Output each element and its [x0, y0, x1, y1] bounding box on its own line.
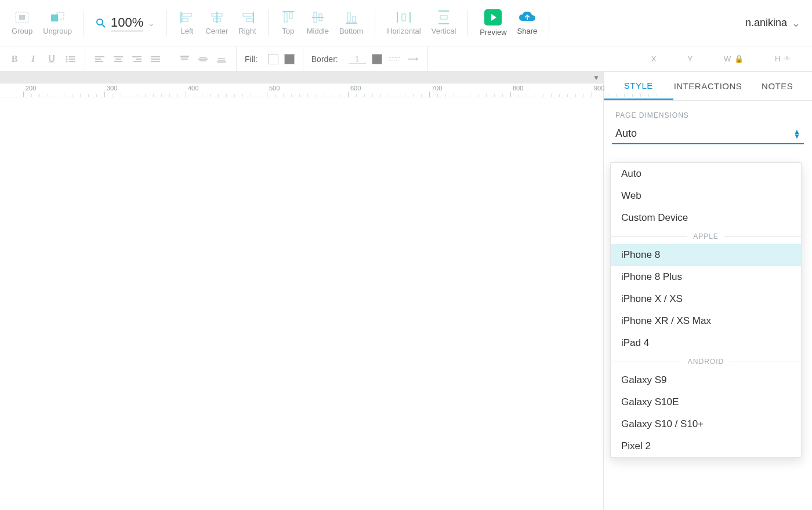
text-align-left-button[interactable] [93, 53, 106, 65]
svg-rect-14 [246, 19, 252, 21]
bold-button[interactable]: B [8, 53, 21, 65]
page-dimensions-label: PAGE DIMENSIONS [604, 101, 812, 125]
share-button[interactable]: Share [517, 10, 538, 35]
align-middle-button[interactable]: Middle [307, 10, 329, 35]
fill-color-none[interactable] [268, 54, 278, 64]
dropdown-item[interactable]: iPhone 8 Plus [611, 266, 801, 288]
share-label: Share [517, 27, 538, 35]
align-left-button[interactable]: Left [179, 10, 195, 35]
coord-x: X [651, 54, 657, 63]
border-arrow-button[interactable] [407, 53, 419, 65]
text-align-right-button[interactable] [130, 53, 143, 65]
dropdown-item[interactable]: Galaxy S9 [611, 369, 801, 391]
text-align-center-button[interactable] [112, 53, 125, 65]
distribute-vertical-button[interactable]: Vertical [432, 10, 456, 35]
align-middle-label: Middle [307, 27, 329, 35]
ungroup-icon [49, 10, 66, 24]
tab-style[interactable]: STYLE [604, 72, 673, 100]
coord-w: W 🔒 [724, 54, 744, 63]
dropdown-item[interactable]: iPhone 8 [611, 244, 801, 266]
text-align-justify-button[interactable] [149, 53, 162, 65]
separator [268, 10, 269, 36]
svg-rect-8 [182, 19, 188, 21]
coord-y: Y [687, 54, 693, 63]
preview-button[interactable]: Preview [480, 9, 506, 37]
border-color-swatch[interactable] [372, 54, 382, 64]
dropdown-item[interactable]: Galaxy S10E [611, 391, 801, 413]
zoom-value: 100% [111, 15, 143, 31]
tab-notes[interactable]: NOTES [742, 73, 812, 99]
distribute-vertical-label: Vertical [432, 27, 456, 35]
svg-rect-7 [182, 13, 191, 16]
dropdown-item[interactable]: iPad 4 [611, 332, 801, 354]
svg-rect-16 [284, 13, 287, 22]
dropdown-item[interactable]: Pixel 2 [611, 435, 801, 457]
italic-button[interactable]: I [27, 53, 39, 65]
eye-icon[interactable]: 👁 [784, 54, 791, 63]
page-dimensions-dropdown[interactable]: AutoWebCustom DeviceAPPLEiPhone 8iPhone … [610, 162, 802, 458]
align-middle-icon [310, 10, 326, 24]
tab-interactions[interactable]: INTERACTIONS [673, 73, 743, 99]
group-button[interactable]: Group [12, 10, 32, 35]
svg-rect-23 [353, 16, 356, 22]
main-toolbar: Group Ungroup 100% ⌄ Left Center Right [0, 0, 812, 46]
search-icon [96, 18, 106, 28]
horizontal-ruler: 200300400500600700800900 [0, 83, 603, 97]
user-menu[interactable]: n.anikina ⌄ [745, 17, 800, 30]
align-top-icon [280, 10, 296, 24]
dropdown-item[interactable]: iPhone X / XS [611, 288, 801, 310]
zoom-control[interactable]: 100% ⌄ [96, 15, 155, 31]
svg-rect-1 [19, 15, 25, 20]
align-center-button[interactable]: Center [205, 10, 228, 35]
ungroup-label: Ungroup [43, 27, 72, 35]
chevron-down-icon[interactable]: ▼ [593, 74, 600, 82]
dropdown-group-header: APPLE [611, 229, 801, 244]
dropdown-item[interactable]: Custom Device [611, 207, 801, 229]
align-center-icon [209, 10, 225, 24]
svg-point-32 [66, 58, 68, 60]
cloud-icon [518, 10, 536, 24]
svg-point-30 [66, 56, 68, 57]
page-dimensions-select[interactable]: Auto ▲▼ [612, 125, 804, 144]
user-name: n.anikina [745, 17, 787, 29]
align-bottom-icon [343, 10, 360, 24]
spinner-icon: ▲▼ [793, 129, 800, 139]
distribute-vertical-icon [436, 10, 452, 24]
canvas[interactable]: ▼ 200300400500600700800900 [0, 72, 603, 510]
page-dimensions-value: Auto [615, 128, 637, 140]
dropdown-item[interactable]: Auto [611, 163, 801, 185]
vertical-align-middle-button[interactable] [197, 53, 209, 65]
align-right-button[interactable]: Right [238, 10, 256, 35]
distribute-horizontal-button[interactable]: Horizontal [387, 10, 421, 35]
separator [166, 10, 167, 36]
align-right-icon [240, 10, 256, 24]
border-width-input[interactable] [349, 54, 366, 64]
separator [84, 10, 84, 36]
align-bottom-button[interactable]: Bottom [339, 10, 363, 35]
separator [467, 10, 468, 36]
distribute-horizontal-label: Horizontal [387, 27, 421, 35]
vertical-align-bottom-button[interactable] [215, 53, 228, 65]
align-top-button[interactable]: Top [280, 10, 296, 35]
svg-point-34 [66, 60, 68, 62]
svg-rect-17 [289, 13, 292, 19]
svg-point-4 [97, 19, 103, 25]
lock-icon[interactable]: 🔒 [734, 54, 744, 63]
align-left-icon [179, 10, 195, 24]
vertical-align-top-button[interactable] [178, 53, 191, 65]
chevron-down-icon: ⌄ [148, 19, 155, 28]
dropdown-item[interactable]: Galaxy S10 / S10+ [611, 413, 801, 435]
dropdown-item[interactable]: Web [611, 185, 801, 207]
align-top-label: Top [282, 27, 294, 35]
svg-rect-26 [402, 14, 405, 21]
underline-button[interactable]: U [45, 53, 58, 65]
align-left-label: Left [180, 27, 193, 35]
format-toolbar: B I U Fill: Border: X Y W 🔒 H 👁 [0, 46, 812, 72]
fill-color-swatch[interactable] [284, 54, 295, 64]
ungroup-button[interactable]: Ungroup [43, 10, 72, 35]
dropdown-item[interactable]: iPhone XR / XS Max [611, 310, 801, 332]
border-style-button[interactable] [388, 53, 401, 65]
bullet-list-button[interactable] [64, 53, 77, 65]
play-icon [484, 9, 502, 26]
group-icon [14, 10, 30, 24]
